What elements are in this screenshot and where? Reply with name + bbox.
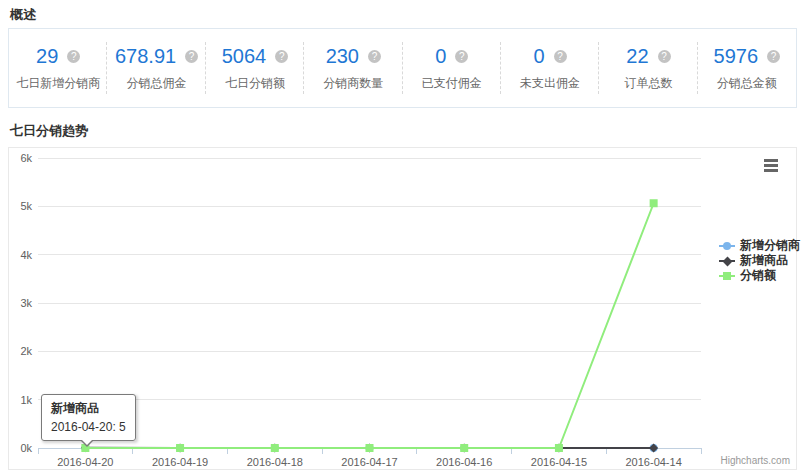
help-icon[interactable]: ? xyxy=(455,50,468,63)
data-point-distribution-amount[interactable] xyxy=(460,444,468,452)
chart-tooltip: 新增商品 2016-04-20: 5 xyxy=(41,394,136,441)
help-icon[interactable]: ? xyxy=(275,50,288,63)
x-axis-label: 2016-04-19 xyxy=(152,456,208,468)
chart-export-menu-button[interactable] xyxy=(764,159,778,172)
stat-label: 分销商数量 xyxy=(323,75,383,92)
tooltip-value: 2016-04-20: 5 xyxy=(51,420,126,434)
y-axis-label: 0k xyxy=(20,442,32,454)
data-point-new-products[interactable] xyxy=(649,444,658,453)
stat-value-row: 0 ? xyxy=(534,45,567,68)
stat-label: 分销总金额 xyxy=(717,75,777,92)
distribution-dashboard: 概述 29 ? 七日新增分销商 678.91 ? 分销总佣金 5064 ? 七日… xyxy=(0,0,806,476)
stat-label: 已支付佣金 xyxy=(422,75,482,92)
stat-value-row: 230 ? xyxy=(326,45,381,68)
legend-square-marker-icon xyxy=(719,271,735,281)
data-point-distribution-amount[interactable] xyxy=(271,444,279,452)
stat-label: 七日新增分销商 xyxy=(16,75,100,92)
stat-value: 678.91 xyxy=(115,45,176,68)
x-axis-label: 2016-04-20 xyxy=(57,456,113,468)
stat-value-row: 0 ? xyxy=(435,45,468,68)
y-axis-label: 5k xyxy=(20,200,32,212)
stat-card: 230 ? 分销商数量 xyxy=(304,29,402,107)
help-icon[interactable]: ? xyxy=(67,50,80,63)
legend-label: 分销额 xyxy=(740,267,776,284)
stat-card: 678.91 ? 分销总佣金 xyxy=(107,29,205,107)
x-axis-label: 2016-04-15 xyxy=(531,456,587,468)
stat-value: 0 xyxy=(534,45,545,68)
legend-item-new-distributors[interactable]: 新增分销商 xyxy=(719,238,800,253)
highcharts-credits[interactable]: Highcharts.com xyxy=(721,455,790,466)
y-axis-label: 3k xyxy=(20,297,32,309)
stat-value: 0 xyxy=(435,45,446,68)
y-axis-label: 4k xyxy=(20,249,32,261)
stat-card: 29 ? 七日新增分销商 xyxy=(9,29,107,107)
data-point-distribution-amount[interactable] xyxy=(555,444,563,452)
legend-circle-marker-icon xyxy=(719,241,735,251)
x-axis-label: 2016-04-16 xyxy=(436,456,492,468)
trend-chart-panel: 0k1k2k3k4k5k6k2016-04-202016-04-192016-0… xyxy=(8,147,797,470)
legend-item-distribution-amount[interactable]: 分销额 xyxy=(719,268,800,283)
stat-label: 分销总佣金 xyxy=(127,75,187,92)
overview-section-title: 概述 xyxy=(10,6,36,24)
stat-value: 29 xyxy=(36,45,58,68)
stat-value-row: 5064 ? xyxy=(222,45,289,68)
legend-item-new-products[interactable]: 新增商品 xyxy=(719,253,800,268)
trend-section-title: 七日分销趋势 xyxy=(10,122,88,140)
stat-value-row: 5976 ? xyxy=(714,45,781,68)
x-axis-label: 2016-04-17 xyxy=(341,456,397,468)
y-axis-label: 2k xyxy=(20,345,32,357)
hamburger-icon xyxy=(764,159,778,162)
stat-label: 订单总数 xyxy=(624,75,672,92)
x-axis-label: 2016-04-14 xyxy=(626,456,682,468)
stat-card: 5064 ? 七日分销额 xyxy=(206,29,304,107)
stat-value: 230 xyxy=(326,45,359,68)
stat-card: 0 ? 未支出佣金 xyxy=(501,29,599,107)
data-point-distribution-amount[interactable] xyxy=(650,199,658,207)
stat-label: 未支出佣金 xyxy=(520,75,580,92)
help-icon[interactable]: ? xyxy=(658,50,671,63)
stat-value: 5976 xyxy=(714,45,759,68)
stat-value: 22 xyxy=(626,45,648,68)
stat-value-row: 678.91 ? xyxy=(115,45,198,68)
legend-diamond-marker-icon xyxy=(719,256,735,266)
help-icon[interactable]: ? xyxy=(554,50,567,63)
stats-panel: 29 ? 七日新增分销商 678.91 ? 分销总佣金 5064 ? 七日分销额… xyxy=(8,28,797,108)
y-axis-label: 6k xyxy=(20,152,32,164)
series-line-distribution-amount xyxy=(85,203,653,448)
y-axis-label: 1k xyxy=(20,394,32,406)
chart-legend: 新增分销商 新增商品 分销额 xyxy=(719,238,800,283)
x-axis-label: 2016-04-18 xyxy=(247,456,303,468)
help-icon[interactable]: ? xyxy=(368,50,381,63)
help-icon[interactable]: ? xyxy=(767,50,780,63)
tooltip-series-name: 新增商品 xyxy=(51,400,126,417)
stat-value-row: 29 ? xyxy=(36,45,80,68)
stat-value-row: 22 ? xyxy=(626,45,670,68)
data-point-distribution-amount[interactable] xyxy=(366,444,374,452)
stat-value: 5064 xyxy=(222,45,267,68)
stat-card: 0 ? 已支付佣金 xyxy=(403,29,501,107)
stat-card: 5976 ? 分销总金额 xyxy=(698,29,796,107)
data-point-distribution-amount[interactable] xyxy=(176,444,184,452)
stat-card: 22 ? 订单总数 xyxy=(599,29,697,107)
stat-label: 七日分销额 xyxy=(225,75,285,92)
help-icon[interactable]: ? xyxy=(185,50,198,63)
